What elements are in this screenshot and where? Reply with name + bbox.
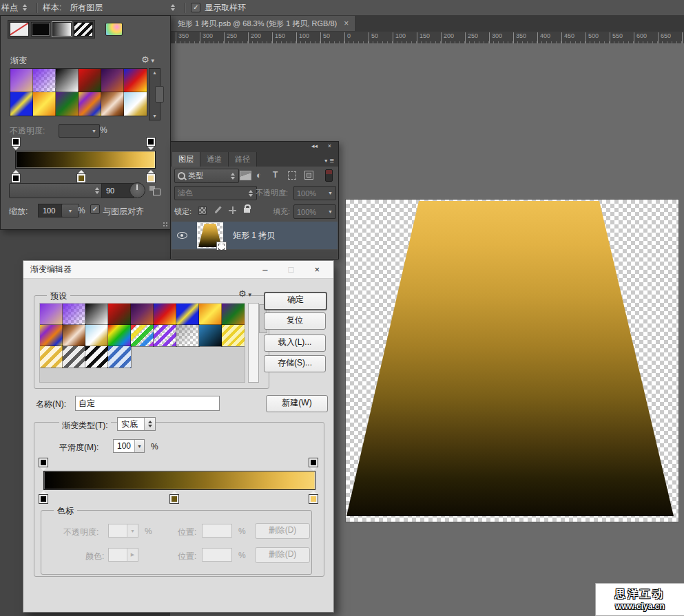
popup-opacity-dropdown[interactable]: ▼ (59, 124, 100, 138)
gradient-preset-swatch[interactable] (40, 325, 63, 346)
gradient-preset-swatch[interactable] (10, 92, 33, 116)
gradient-preset-swatch[interactable] (85, 346, 108, 368)
reset-button[interactable]: 复位 (264, 312, 326, 330)
layer-thumbnail[interactable] (197, 222, 223, 248)
delete-opacity-stop-button[interactable]: 删除(D) (255, 523, 310, 539)
align-with-layer-checkbox[interactable]: ✓ (90, 204, 100, 214)
pattern-fill-button[interactable] (74, 22, 93, 36)
gradient-preset-swatch[interactable] (56, 92, 79, 116)
opacity-stop-left[interactable] (11, 138, 20, 150)
gradient-preset-swatch[interactable] (33, 69, 56, 92)
gradient-preset-swatch[interactable] (79, 92, 101, 116)
fill-dropdown[interactable]: 100% ▼ (293, 204, 336, 219)
preset-scrollbar[interactable]: ▲ ▼ (149, 68, 160, 120)
gradient-preset-swatch[interactable] (85, 304, 108, 325)
editor-opacity-stop-left[interactable] (39, 458, 48, 471)
blend-mode-dropdown[interactable]: 滤色 (174, 186, 257, 200)
popup-gradient-bar[interactable] (15, 151, 156, 169)
gear-menu-icon[interactable]: ⚙▼ (141, 54, 156, 65)
dialog-title-bar[interactable]: 渐变编辑器 – □ × (23, 261, 333, 279)
scroll-down-icon[interactable]: ▼ (152, 114, 157, 118)
scale-dropdown-button[interactable]: ▼ (61, 204, 79, 217)
gradient-preset-swatch[interactable] (101, 92, 124, 116)
gradient-type-dropdown[interactable]: 实底 (117, 417, 156, 431)
tab-layers[interactable]: 图层 (172, 152, 200, 167)
smoothness-dropdown[interactable]: 100 ▼ (113, 439, 145, 453)
filter-toggle-switch[interactable] (325, 169, 333, 182)
filter-smart-objects-icon[interactable] (304, 171, 313, 180)
load-button[interactable]: 载入(L)... (264, 334, 326, 352)
color-stop-middle[interactable] (76, 170, 85, 182)
sample-scope-dropdown[interactable]: 所有图层 (70, 2, 180, 14)
new-button[interactable]: 新建(W) (266, 395, 328, 412)
document-tab[interactable]: 矩形 1 拷贝.psb @ 68.3% (矩形 1 拷贝, RGB/8) × (171, 16, 356, 31)
gradient-preset-swatch[interactable] (108, 304, 131, 325)
editor-opacity-stop-right[interactable] (309, 458, 318, 471)
gradient-preset-swatch[interactable] (63, 346, 85, 368)
gradient-preset-swatch[interactable] (10, 69, 33, 92)
gradient-preset-swatch[interactable] (40, 304, 63, 325)
scroll-up-icon[interactable]: ▲ (152, 70, 157, 75)
opacity-stop-right[interactable] (146, 138, 155, 150)
canvas[interactable] (346, 200, 678, 522)
close-icon[interactable]: × (314, 264, 320, 275)
gradient-preset-swatch[interactable] (40, 346, 63, 368)
tab-paths[interactable]: 路径 (229, 152, 257, 167)
gradient-style-dropdown[interactable] (9, 183, 104, 198)
gradient-preset-swatch[interactable] (108, 325, 131, 346)
stop-color-swatch[interactable]: ▶ (108, 548, 138, 562)
color-picker-swatch[interactable] (105, 23, 123, 36)
editor-preset-scrollbar[interactable] (248, 303, 259, 383)
name-input[interactable] (75, 396, 220, 411)
gradient-preset-swatch[interactable] (131, 325, 154, 346)
gradient-preset-swatch[interactable] (154, 325, 176, 346)
stop-opacity-dropdown[interactable]: ▼ (108, 524, 138, 538)
gradient-preset-swatch[interactable] (79, 69, 101, 92)
collapse-panel-icon[interactable]: ◂◂ (311, 142, 318, 149)
save-button[interactable]: 存储(S)... (264, 355, 326, 372)
close-tab-icon[interactable]: × (344, 19, 349, 28)
filter-adjustment-layers-icon[interactable]: ◐ (256, 171, 262, 180)
scrollbar-thumb[interactable] (155, 86, 164, 103)
editor-gear-menu-icon[interactable]: ⚙▼ (238, 288, 253, 299)
sample-point-dropdown[interactable]: 样点 (1, 2, 32, 14)
minimize-icon[interactable]: – (262, 264, 267, 275)
angle-dial[interactable] (129, 182, 145, 198)
gradient-preset-swatch[interactable] (176, 304, 199, 325)
reverse-swatches-icon[interactable] (149, 184, 163, 195)
gradient-preset-swatch[interactable] (176, 325, 199, 346)
gradient-preset-swatch[interactable] (63, 325, 85, 346)
editor-color-stop-right[interactable] (309, 491, 318, 503)
gradient-preset-swatch[interactable] (33, 92, 56, 116)
gradient-fill-button[interactable] (52, 22, 72, 36)
lock-pixels-icon[interactable] (214, 206, 222, 214)
gradient-preset-swatch[interactable] (124, 69, 147, 92)
color-stop-left[interactable] (11, 170, 20, 182)
gradient-preset-swatch[interactable] (154, 304, 176, 325)
editor-color-stop-middle[interactable] (169, 491, 178, 503)
gradient-preset-swatch[interactable] (101, 69, 124, 92)
close-panel-icon[interactable]: × (328, 142, 331, 149)
gradient-preset-swatch[interactable] (199, 325, 222, 346)
resize-grip[interactable] (163, 222, 168, 227)
gradient-preset-swatch[interactable] (124, 92, 147, 116)
panel-menu-icon[interactable]: ▼ ≡ (324, 156, 334, 164)
filter-pixel-layers-icon[interactable] (240, 171, 251, 180)
gradient-preset-swatch[interactable] (199, 304, 222, 325)
gradient-preset-swatch[interactable] (85, 325, 108, 346)
no-fill-button[interactable] (10, 22, 29, 36)
layer-row[interactable]: 矩形 1 拷贝 (172, 222, 338, 249)
lock-all-icon[interactable] (244, 208, 250, 213)
editor-color-stop-left[interactable] (39, 491, 48, 503)
visibility-eye-icon[interactable] (177, 232, 187, 239)
tab-channels[interactable]: 通道 (200, 152, 229, 167)
editor-gradient-bar[interactable] (43, 471, 315, 490)
gradient-shape-layer[interactable] (346, 200, 678, 518)
gradient-preset-swatch[interactable] (108, 346, 131, 368)
gradient-preset-swatch[interactable] (63, 304, 85, 325)
ok-button[interactable]: 确定 (264, 292, 327, 310)
layer-name[interactable]: 矩形 1 拷贝 (233, 230, 275, 242)
show-ring-checkbox[interactable]: ✓ (191, 3, 200, 12)
gradient-preset-swatch[interactable] (56, 69, 79, 92)
gradient-preset-swatch[interactable] (131, 304, 154, 325)
